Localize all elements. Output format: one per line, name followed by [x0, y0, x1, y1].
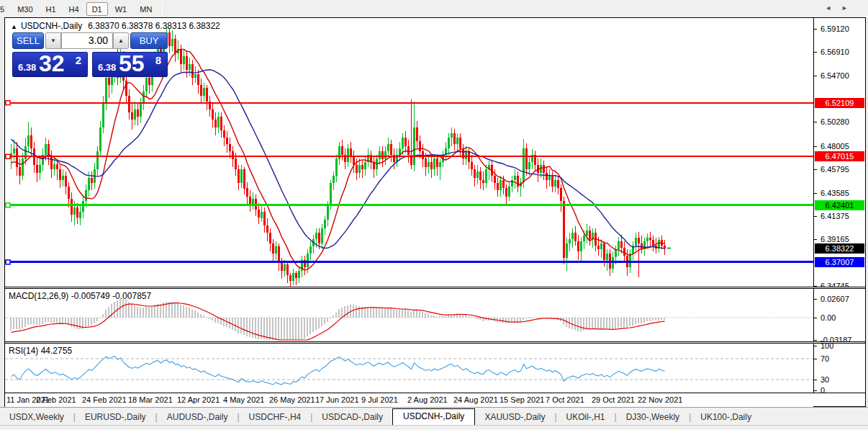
- date-label: 29 Oct 2021: [592, 395, 635, 404]
- price-level-badge: 6.47015: [815, 151, 864, 161]
- price-level-badge: 6.52109: [815, 98, 864, 108]
- chart-window[interactable]: ▲USDCNH-,Daily6.38370 6.38378 6.38313 6.…: [4, 17, 866, 407]
- price-axis[interactable]: 6.591206.569106.547006.502806.480056.457…: [813, 18, 865, 393]
- chevron-up-icon: ▲: [118, 37, 124, 44]
- macd-value-signal: -0.007857: [112, 291, 151, 301]
- date-label: 18 Mar 2021: [128, 395, 173, 404]
- tab-usdx-weekly[interactable]: USDX,Weekly: [0, 410, 73, 425]
- tab-scroll-left-icon[interactable]: ◄: [825, 4, 841, 12]
- date-label: 9 Jul 2021: [361, 395, 398, 404]
- time-axis[interactable]: 11 Jan 20212 Feb 202124 Feb 202118 Mar 2…: [5, 393, 813, 407]
- sell-price-prefix: 6.38: [18, 62, 36, 73]
- axis-tick-mark: [814, 52, 817, 53]
- axis-tick-mark: [814, 193, 817, 194]
- timeframe-button-h1[interactable]: H1: [40, 2, 62, 16]
- toolbar-separator: [162, 2, 163, 15]
- date-label: 17 Jun 2021: [315, 395, 359, 404]
- buy-price-panel[interactable]: 6.38 55 8: [92, 52, 168, 77]
- price-axis-tick: 6.54700: [820, 71, 849, 80]
- timeframe-toolbar: 5M30H1H4D1W1MN: [0, 0, 868, 17]
- tab-xauusd-daily[interactable]: XAUUSD-,Daily: [475, 410, 554, 425]
- tab-scroll-right-icon[interactable]: ►: [841, 4, 858, 12]
- date-label: 7 Oct 2021: [546, 395, 584, 404]
- current-price-badge: 6.38322: [815, 243, 864, 254]
- timeframe-button-w1[interactable]: W1: [109, 2, 133, 16]
- symbol-tab-bar: USDX,Weekly|EURUSD-,Daily|AUDUSD-,Daily|…: [0, 407, 868, 425]
- timeframe-button-h4[interactable]: H4: [63, 2, 85, 16]
- price-axis-tick: 6.45795: [820, 165, 849, 174]
- volume-increase-button[interactable]: ▲: [113, 32, 129, 49]
- axis-tick-mark: [814, 216, 817, 217]
- tab-usdcnh-daily[interactable]: USDCNH-,Daily: [392, 408, 475, 425]
- axis-tick-mark: [814, 318, 817, 318]
- tab-usdchf-h4[interactable]: USDCHF-,H4: [240, 410, 311, 425]
- axis-tick-mark: [814, 380, 817, 380]
- timeframe-button-m30[interactable]: M30: [12, 2, 38, 16]
- buy-price-sup: 8: [155, 54, 161, 66]
- price-axis-tick: 6.59120: [820, 24, 849, 33]
- tab-audusd-daily[interactable]: AUDUSD-,Daily: [158, 410, 238, 425]
- date-label: 12 Apr 2021: [177, 395, 220, 404]
- price-axis-tick: 6.48005: [820, 142, 849, 151]
- tab-ukoil-h1[interactable]: UKOil-,H1: [557, 410, 615, 425]
- tab-uk100-daily[interactable]: UK100-,Daily: [691, 410, 761, 425]
- price-axis-tick: 6.34745: [820, 282, 849, 290]
- buy-price-big: 55: [119, 52, 145, 77]
- axis-tick-mark: [814, 29, 817, 30]
- rsi-value: 44.2755: [41, 346, 72, 356]
- timeframe-button-5[interactable]: 5: [0, 2, 10, 16]
- sell-price-sup: 2: [76, 54, 81, 66]
- sell-price-panel[interactable]: 6.38 32 2: [12, 52, 88, 77]
- price-axis-tick: 6.41375: [820, 212, 849, 220]
- tab-scroll-arrows: ◄►: [825, 4, 858, 12]
- chart-symbol-label: USDCNH-,Daily: [21, 21, 82, 31]
- axis-tick-mark: [814, 239, 817, 240]
- axis-tick-mark: [814, 146, 817, 147]
- volume-decrease-button[interactable]: ▼: [45, 32, 61, 49]
- price-axis-tick: 6.56910: [820, 48, 849, 56]
- date-label: 26 May 2021: [269, 395, 315, 404]
- axis-tick-mark: [814, 122, 817, 122]
- rsi-label: RSI(14) 44.2755: [9, 346, 72, 356]
- panel-divider[interactable]: [5, 287, 865, 289]
- axis-tick-mark: [814, 340, 817, 341]
- date-label: 4 May 2021: [223, 395, 264, 404]
- volume-input[interactable]: 3.00: [61, 32, 113, 49]
- rsi-axis-tick: 0: [820, 386, 825, 395]
- rsi-axis-tick: 70: [820, 354, 829, 363]
- tab-eurusd-daily[interactable]: EURUSD-,Daily: [76, 410, 155, 425]
- status-strip: [0, 425, 868, 430]
- panel-divider: [5, 393, 865, 393]
- price-axis-tick: 6.50280: [820, 117, 849, 126]
- chart-ohlc-values: 6.38370 6.38378 6.38313 6.38322: [88, 21, 220, 31]
- tab-usdcad-daily[interactable]: USDCAD-,Daily: [312, 410, 392, 425]
- rsi-canvas[interactable]: [5, 344, 813, 393]
- panel-divider[interactable]: [5, 341, 865, 344]
- axis-tick-mark: [814, 299, 817, 300]
- macd-value-main: -0.005749: [71, 291, 110, 301]
- date-label: 2 Aug 2021: [407, 395, 448, 404]
- trading-platform-window: 5M30H1H4D1W1MN ▲USDCNH-,Daily6.38370 6.3…: [0, 0, 868, 430]
- buy-button[interactable]: BUY: [130, 32, 168, 49]
- axis-tick-mark: [814, 76, 817, 76]
- timeframe-button-d1[interactable]: D1: [86, 2, 108, 16]
- price-level-badge: 6.37007: [815, 257, 864, 267]
- chart-title: ▲USDCNH-,Daily6.38370 6.38378 6.38313 6.…: [11, 21, 220, 31]
- date-label: 24 Feb 2021: [82, 395, 127, 404]
- one-click-trade-panel: SELL ▼ 3.00 ▲ BUY 6.38 32 2 6.38 55 8: [12, 32, 168, 77]
- one-click-collapse-icon[interactable]: ▲: [11, 23, 17, 30]
- tab-dj30-weekly[interactable]: DJ30-,Weekly: [617, 410, 689, 425]
- macd-label: MACD(12,26,9) -0.005749 -0.007857: [9, 291, 151, 301]
- date-label: 22 Nov 2021: [638, 395, 682, 404]
- date-label: 15 Sep 2021: [499, 395, 544, 404]
- axis-tick-mark: [814, 390, 817, 391]
- axis-tick-mark: [814, 359, 817, 359]
- timeframe-button-mn[interactable]: MN: [134, 2, 158, 16]
- price-level-badge: 6.42401: [815, 200, 864, 210]
- date-label: 2 Feb 2021: [36, 395, 76, 404]
- axis-tick-mark: [814, 346, 817, 346]
- price-axis-tick: 6.43585: [820, 189, 849, 197]
- rsi-axis-tick: 30: [820, 375, 829, 384]
- sell-button[interactable]: SELL: [12, 32, 44, 49]
- date-label: 24 Aug 2021: [453, 395, 498, 404]
